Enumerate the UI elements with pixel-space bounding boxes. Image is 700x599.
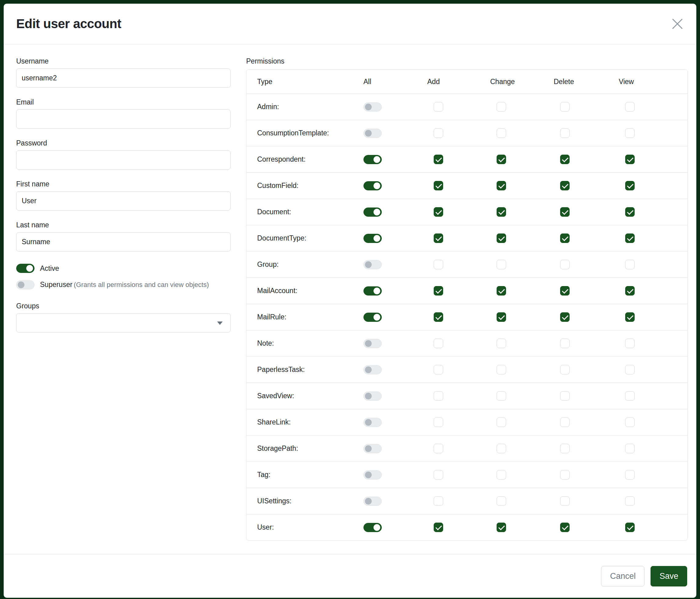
permission-change-checkbox[interactable] xyxy=(497,128,506,138)
permission-view-checkbox[interactable] xyxy=(625,312,635,322)
groups-select[interactable] xyxy=(16,313,231,333)
permission-view-checkbox[interactable] xyxy=(625,260,635,269)
permission-change-checkbox[interactable] xyxy=(497,234,506,243)
permission-change-checkbox[interactable] xyxy=(497,260,506,269)
permission-add-checkbox[interactable] xyxy=(434,496,443,506)
permission-add-checkbox[interactable] xyxy=(434,286,443,295)
permission-all-toggle[interactable] xyxy=(364,155,382,164)
permission-add-checkbox[interactable] xyxy=(434,207,443,217)
permission-all-toggle[interactable] xyxy=(364,444,382,453)
permission-view-checkbox[interactable] xyxy=(625,496,635,506)
permission-add-checkbox[interactable] xyxy=(434,312,443,322)
permission-view-checkbox[interactable] xyxy=(625,523,635,532)
permission-all-toggle[interactable] xyxy=(364,102,382,112)
permission-all-toggle[interactable] xyxy=(364,129,382,138)
permission-change-checkbox[interactable] xyxy=(497,181,506,190)
permission-all-toggle[interactable] xyxy=(364,181,382,190)
permission-add-checkbox[interactable] xyxy=(434,470,443,480)
permission-change-checkbox[interactable] xyxy=(497,391,506,401)
username-input[interactable] xyxy=(16,69,231,88)
permission-delete-checkbox[interactable] xyxy=(560,496,570,506)
permission-view-checkbox[interactable] xyxy=(625,365,635,375)
permission-add-checkbox[interactable] xyxy=(434,260,443,269)
permission-delete-checkbox[interactable] xyxy=(560,234,570,243)
permission-delete-checkbox[interactable] xyxy=(560,365,570,375)
permission-all-toggle[interactable] xyxy=(364,234,382,243)
permission-all-toggle[interactable] xyxy=(364,418,382,427)
permission-all-toggle[interactable] xyxy=(364,208,382,217)
permission-view-checkbox[interactable] xyxy=(625,181,635,190)
permission-change-checkbox[interactable] xyxy=(497,444,506,453)
permission-all-toggle[interactable] xyxy=(364,470,382,480)
permission-delete-checkbox[interactable] xyxy=(560,128,570,138)
permission-change-checkbox[interactable] xyxy=(497,496,506,506)
permission-add-checkbox[interactable] xyxy=(434,444,443,453)
permission-delete-checkbox[interactable] xyxy=(560,286,570,295)
permission-type-label: MailAccount: xyxy=(247,287,364,295)
active-toggle[interactable] xyxy=(16,264,34,273)
permission-change-checkbox[interactable] xyxy=(497,470,506,480)
permission-view-checkbox[interactable] xyxy=(625,102,635,112)
permission-view-checkbox[interactable] xyxy=(625,417,635,427)
permission-delete-checkbox[interactable] xyxy=(560,417,570,427)
permission-add-checkbox[interactable] xyxy=(434,128,443,138)
permission-all-toggle[interactable] xyxy=(364,365,382,375)
permission-delete-checkbox[interactable] xyxy=(560,470,570,480)
permission-view-checkbox[interactable] xyxy=(625,128,635,138)
permission-delete-checkbox[interactable] xyxy=(560,312,570,322)
permission-change-checkbox[interactable] xyxy=(497,154,506,164)
permission-delete-checkbox[interactable] xyxy=(560,260,570,269)
permission-delete-checkbox[interactable] xyxy=(560,207,570,217)
permission-change-checkbox[interactable] xyxy=(497,286,506,295)
permission-all-toggle[interactable] xyxy=(364,523,382,532)
permission-change-checkbox[interactable] xyxy=(497,207,506,217)
permission-delete-checkbox[interactable] xyxy=(560,154,570,164)
email-field[interactable] xyxy=(16,110,231,129)
permission-view-checkbox[interactable] xyxy=(625,286,635,295)
permission-view-checkbox[interactable] xyxy=(625,154,635,164)
permission-change-checkbox[interactable] xyxy=(497,523,506,532)
save-button[interactable]: Save xyxy=(651,566,687,586)
permission-view-checkbox[interactable] xyxy=(625,444,635,453)
permission-add-checkbox[interactable] xyxy=(434,365,443,375)
permission-all-toggle[interactable] xyxy=(364,313,382,322)
permission-change-checkbox[interactable] xyxy=(497,417,506,427)
permission-add-checkbox[interactable] xyxy=(434,181,443,190)
permission-view-checkbox[interactable] xyxy=(625,234,635,243)
permission-add-checkbox[interactable] xyxy=(434,523,443,532)
permission-delete-checkbox[interactable] xyxy=(560,181,570,190)
permission-all-toggle[interactable] xyxy=(364,391,382,401)
permission-view-checkbox[interactable] xyxy=(625,339,635,348)
permission-change-checkbox[interactable] xyxy=(497,339,506,348)
permission-delete-checkbox[interactable] xyxy=(560,391,570,401)
cancel-button[interactable]: Cancel xyxy=(601,566,644,586)
permission-add-checkbox[interactable] xyxy=(434,154,443,164)
permission-add-checkbox[interactable] xyxy=(434,234,443,243)
permission-delete-checkbox[interactable] xyxy=(560,444,570,453)
chevron-down-icon xyxy=(217,321,223,325)
permission-all-toggle[interactable] xyxy=(364,497,382,506)
permission-view-checkbox[interactable] xyxy=(625,470,635,480)
permission-all-toggle[interactable] xyxy=(364,260,382,269)
permission-add-checkbox[interactable] xyxy=(434,102,443,112)
permission-change-checkbox[interactable] xyxy=(497,312,506,322)
permission-change-checkbox[interactable] xyxy=(497,102,506,112)
permission-delete-checkbox[interactable] xyxy=(560,102,570,112)
permission-delete-checkbox[interactable] xyxy=(560,523,570,532)
permission-add-checkbox[interactable] xyxy=(434,339,443,348)
close-icon[interactable] xyxy=(672,18,683,29)
permission-type-label: User: xyxy=(247,523,364,531)
permission-add-checkbox[interactable] xyxy=(434,391,443,401)
permission-all-toggle[interactable] xyxy=(364,286,382,295)
groups-field-group: Groups xyxy=(16,302,231,333)
permission-delete-checkbox[interactable] xyxy=(560,339,570,348)
permission-view-checkbox[interactable] xyxy=(625,207,635,217)
permission-add-checkbox[interactable] xyxy=(434,417,443,427)
permission-change-checkbox[interactable] xyxy=(497,365,506,375)
permission-all-toggle[interactable] xyxy=(364,339,382,348)
permission-view-checkbox[interactable] xyxy=(625,391,635,401)
last-name-field[interactable] xyxy=(16,232,231,251)
password-field[interactable] xyxy=(16,150,231,170)
superuser-toggle[interactable] xyxy=(16,280,34,289)
first-name-field[interactable] xyxy=(16,191,231,211)
